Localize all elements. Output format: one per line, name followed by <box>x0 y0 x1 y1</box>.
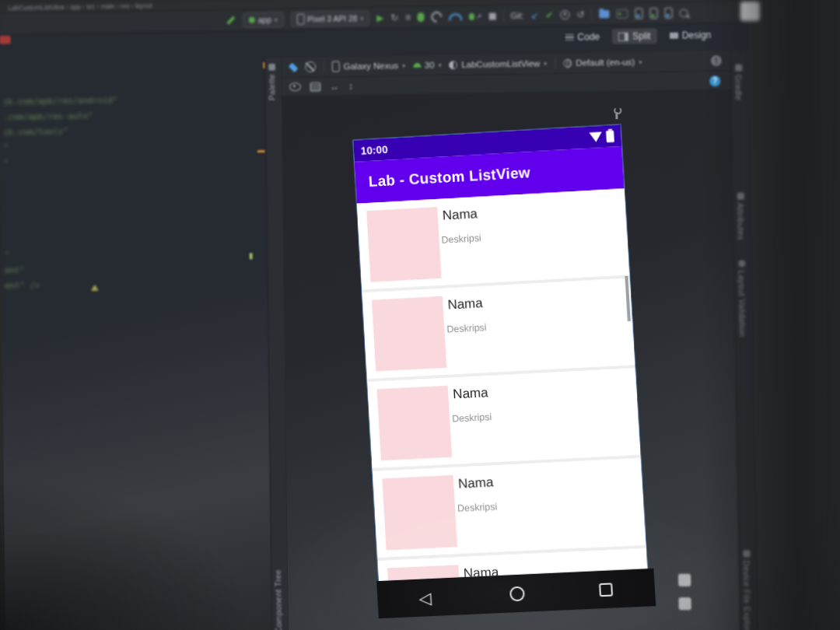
history-icon[interactable] <box>560 10 569 19</box>
theme-selector[interactable]: LabCustomListView ▾ <box>449 58 547 69</box>
locale-selector-label: Default (en-us) <box>576 58 635 68</box>
design-panel: Galaxy Nexus ▾ 30 ▾ LabCustomListView ▾ <box>282 51 741 630</box>
component-tree-label: Component Tree <box>273 569 283 630</box>
list-item[interactable]: Nama Deskripsi <box>367 368 641 471</box>
chevron-down-icon: ▾ <box>544 60 547 67</box>
code-line <box>5 233 120 250</box>
layout-list-icon[interactable] <box>310 82 321 91</box>
item-description: Deskripsi <box>457 501 498 514</box>
view-options-icon[interactable] <box>289 82 301 91</box>
main-split: ik.com/apk/res/android" .com/apk/res-aut… <box>0 50 759 630</box>
running-devices-icon[interactable] <box>649 8 657 19</box>
design-surface-icon[interactable] <box>289 62 298 72</box>
api-selector-label: 30 <box>425 61 435 70</box>
device-selector-label: Galaxy Nexus <box>344 61 399 71</box>
build-icon[interactable] <box>226 16 236 25</box>
zoom-in-button[interactable] <box>678 574 691 586</box>
stop-button[interactable] <box>489 12 496 19</box>
scrollbar-warning-marker <box>257 150 265 152</box>
code-editor[interactable]: ik.com/apk/res/android" .com/apk/res-aut… <box>0 58 272 630</box>
tool-tab-device-file-explorer[interactable]: Device File Explorer <box>741 550 752 630</box>
home-button[interactable] <box>509 586 525 601</box>
attach-debugger-icon[interactable]: ↗ <box>469 12 482 19</box>
run-button[interactable]: ▶ <box>376 13 383 23</box>
device-manager-icon[interactable] <box>635 8 642 19</box>
listview[interactable]: Nama Deskripsi Nama Deskripsi <box>357 188 648 581</box>
list-item[interactable]: Nama Deskripsi <box>373 458 646 561</box>
list-item[interactable]: Nama Deskripsi <box>357 188 630 292</box>
code-line: ent" /> <box>5 280 120 296</box>
tab-split[interactable]: Split <box>612 28 657 44</box>
run-tasks-icon[interactable]: ≡ <box>405 12 411 22</box>
item-name: Nama <box>453 385 488 402</box>
zoom-out-button[interactable] <box>678 597 691 610</box>
item-name: Nama <box>447 296 483 313</box>
tab-code[interactable]: Code <box>558 29 606 45</box>
search-icon[interactable] <box>680 9 688 17</box>
item-image-placeholder <box>382 475 457 551</box>
wifi-icon <box>589 131 603 142</box>
locale-selector[interactable]: Default (en-us) ▾ <box>563 58 642 68</box>
code-line: .com/apk/res-auto" <box>3 110 118 128</box>
rollback-icon[interactable]: ↺ <box>576 10 584 19</box>
sdk-manager-icon[interactable] <box>665 8 673 19</box>
item-description: Deskripsi <box>452 411 492 425</box>
tool-tab-layout-validation[interactable]: Layout Validation <box>737 260 747 337</box>
file-tab[interactable] <box>0 36 11 44</box>
bug-icon <box>469 12 474 19</box>
tool-tab-attributes[interactable]: Attributes <box>736 193 746 240</box>
code-line: " <box>5 249 120 265</box>
chevron-down-icon: ▾ <box>360 15 363 22</box>
apply-changes-icon[interactable]: ↻ <box>390 13 398 23</box>
attributes-label: Attributes <box>736 203 746 240</box>
recents-button[interactable] <box>599 583 613 597</box>
run-config-label: app <box>258 15 271 24</box>
app-module-icon <box>249 17 255 23</box>
phone-preview[interactable]: 10:00 Lab - Custom ListView <box>353 124 649 618</box>
status-time: 10:00 <box>360 143 388 156</box>
project-structure-icon[interactable] <box>599 10 609 18</box>
issues-badge[interactable]: ! <box>711 55 722 66</box>
run-config-dropdown[interactable]: app ▾ <box>243 12 284 28</box>
code-line: ik.com/tools" <box>3 126 118 143</box>
tab-design[interactable]: Design <box>663 27 717 44</box>
vertical-margin-icon[interactable]: ↕ <box>348 82 353 91</box>
device-selector[interactable]: Galaxy Nexus ▾ <box>332 60 406 72</box>
gauge-icon[interactable] <box>449 13 462 20</box>
api-selector[interactable]: 30 ▾ <box>413 60 442 70</box>
item-image-placeholder <box>372 296 446 372</box>
horizontal-margin-icon[interactable]: ↔ <box>330 82 339 91</box>
profiler-icon[interactable] <box>429 9 445 25</box>
tool-tab-gradle[interactable]: Gradle <box>733 65 744 101</box>
debug-button[interactable] <box>418 12 425 22</box>
android-studio-photo: LabCustomListView › app › src › main › r… <box>0 0 840 630</box>
design-icon <box>670 33 678 39</box>
item-description: Deskripsi <box>441 233 481 246</box>
toolbar-divider <box>324 61 324 73</box>
design-canvas[interactable]: 10:00 Lab - Custom ListView <box>282 90 740 630</box>
code-line: " <box>3 142 118 159</box>
orientation-icon[interactable] <box>305 61 316 72</box>
toolbar-divider <box>502 9 503 22</box>
help-badge[interactable]: ? <box>709 75 720 86</box>
globe-icon <box>563 58 572 67</box>
git-commit-icon[interactable]: ✔ <box>545 10 553 19</box>
tool-tab-component-tree[interactable]: Component Tree <box>273 569 283 630</box>
theme-selector-label: LabCustomListView <box>461 59 540 70</box>
device-label: Pixel 3 API 28 <box>307 14 358 24</box>
tool-tab-palette[interactable]: Palette <box>267 64 276 101</box>
git-update-icon[interactable]: ↙ <box>530 11 538 20</box>
list-item[interactable]: Nama Deskripsi <box>362 278 635 382</box>
battery-icon <box>606 130 614 142</box>
tab-split-label: Split <box>632 30 651 41</box>
emulator-icon[interactable] <box>616 9 628 19</box>
gradle-icon <box>735 65 742 72</box>
layout-validation-label: Layout Validation <box>737 270 747 337</box>
xml-code: ik.com/apk/res/android" .com/apk/res-aut… <box>3 95 121 296</box>
device-dropdown[interactable]: Pixel 3 API 28 ▾ <box>290 10 369 27</box>
phone-icon <box>332 61 340 72</box>
back-button[interactable]: ◁ <box>418 590 432 607</box>
toolbar-divider <box>591 8 592 20</box>
gradle-label: Gradle <box>733 75 744 101</box>
theme-icon <box>449 61 457 69</box>
